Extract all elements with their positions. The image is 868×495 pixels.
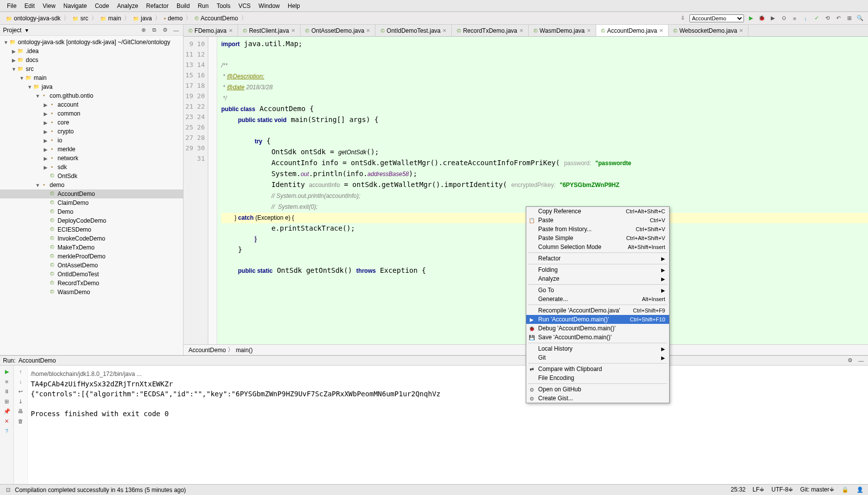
- run-config-selector[interactable]: AccountDemo: [689, 14, 744, 22]
- tree-twisty-icon[interactable]: ▼: [27, 84, 33, 90]
- debug-icon[interactable]: 🐞: [758, 14, 766, 22]
- hector-icon[interactable]: 👤: [856, 486, 864, 494]
- tree-item[interactable]: DeployCodeDemo: [0, 216, 183, 225]
- stop-icon[interactable]: ■: [3, 377, 11, 385]
- menu-help[interactable]: Help: [284, 1, 304, 10]
- hide-icon[interactable]: —: [857, 357, 865, 365]
- tree-item[interactable]: ▶core: [0, 118, 183, 127]
- project-tree[interactable]: ▼ontology-java-sdk [ontology-sdk-java] ~…: [0, 36, 183, 355]
- run-console[interactable]: /home/blockchain/jdk1.8.0_172/bin/java .…: [28, 366, 868, 484]
- history-icon[interactable]: ⟲: [823, 14, 831, 22]
- context-menu-item[interactable]: File Encoding: [526, 373, 669, 382]
- tree-item[interactable]: WasmDemo: [0, 288, 183, 297]
- tree-item[interactable]: Demo: [0, 207, 183, 216]
- status-encoding[interactable]: UTF-8≑: [771, 486, 793, 494]
- gear-icon[interactable]: ⚙: [846, 357, 854, 365]
- editor-tab[interactable]: OntAssetDemo.java✕: [301, 25, 376, 36]
- tree-twisty-icon[interactable]: ▼: [3, 40, 9, 45]
- tree-item[interactable]: ▶network: [0, 154, 183, 163]
- context-menu-item[interactable]: ⊙Open on GitHub: [526, 385, 669, 394]
- menu-window[interactable]: Window: [254, 1, 284, 10]
- menu-refactor[interactable]: Refactor: [142, 1, 173, 10]
- tree-twisty-icon[interactable]: ▶: [43, 120, 49, 125]
- rerun-icon[interactable]: ▶: [3, 368, 11, 375]
- tree-twisty-icon[interactable]: ▶: [43, 147, 49, 152]
- tree-item[interactable]: OntIdDemoTest: [0, 270, 183, 279]
- tree-item[interactable]: RecordTxDemo: [0, 279, 183, 288]
- scroll-to-end-icon[interactable]: ⤓: [17, 397, 25, 405]
- tree-item[interactable]: ▼ontology-java-sdk [ontology-sdk-java] ~…: [0, 38, 183, 47]
- run-icon[interactable]: ▶: [747, 14, 755, 22]
- tree-item[interactable]: ▶merkle: [0, 145, 183, 154]
- context-menu-item[interactable]: Recompile 'AccountDemo.java'Ctrl+Shift+F…: [526, 306, 669, 315]
- search-icon[interactable]: 🔍: [856, 14, 864, 22]
- menu-analyze[interactable]: Analyze: [113, 1, 142, 10]
- commit-icon[interactable]: ✓: [812, 14, 820, 22]
- gear-icon[interactable]: ⚙: [161, 26, 169, 34]
- status-line-sep[interactable]: LF≑: [752, 486, 764, 494]
- editor-tab[interactable]: AccountDemo.java✕: [596, 25, 669, 36]
- tree-twisty-icon[interactable]: ▶: [43, 102, 49, 108]
- editor-tab[interactable]: FDemo.java✕: [184, 25, 238, 36]
- context-menu-item[interactable]: 💾Save 'AccountDemo.main()': [526, 333, 669, 342]
- tree-item[interactable]: ▼com.github.ontio: [0, 91, 183, 100]
- menu-code[interactable]: Code: [91, 1, 113, 10]
- close-icon[interactable]: ✕: [519, 28, 523, 33]
- close-icon[interactable]: ✕: [587, 28, 591, 33]
- context-menu-item[interactable]: Paste from History...Ctrl+Shift+V: [526, 225, 669, 234]
- tree-twisty-icon[interactable]: ▶: [11, 49, 17, 54]
- editor-tab[interactable]: OntIdDemoTest.java✕: [375, 25, 452, 36]
- breadcrumb-class[interactable]: AccountDemo: [192, 15, 240, 22]
- scroll-from-source-icon[interactable]: ⊕: [139, 26, 147, 34]
- code-crumb-method[interactable]: main(): [236, 347, 252, 354]
- breadcrumb-src[interactable]: src: [70, 15, 90, 22]
- up-icon[interactable]: ↑: [17, 368, 25, 375]
- context-menu-item[interactable]: Paste SimpleCtrl+Alt+Shift+V: [526, 234, 669, 243]
- close-icon[interactable]: ✕: [3, 417, 11, 425]
- update-icon[interactable]: ↓: [802, 14, 809, 22]
- context-menu-item[interactable]: Column Selection ModeAlt+Shift+Insert: [526, 243, 669, 251]
- tree-item[interactable]: ▶crypto: [0, 127, 183, 136]
- tree-item[interactable]: MakeTxDemo: [0, 243, 183, 252]
- project-view-label[interactable]: Project: [3, 27, 21, 34]
- tree-item[interactable]: ▼main: [0, 73, 183, 82]
- tree-twisty-icon[interactable]: ▶: [43, 129, 49, 134]
- collapse-all-icon[interactable]: ⧉: [150, 26, 158, 34]
- editor-tab[interactable]: RecordTxDemo.java✕: [452, 25, 528, 36]
- revert-icon[interactable]: ↶: [834, 14, 842, 22]
- tree-item[interactable]: ▼java: [0, 82, 183, 91]
- breadcrumb-java[interactable]: java: [131, 15, 154, 22]
- hide-icon[interactable]: —: [172, 26, 180, 34]
- context-menu-item[interactable]: Git▶: [526, 353, 669, 362]
- background-tasks-icon[interactable]: ⊡: [4, 486, 12, 494]
- tree-item[interactable]: ▼src: [0, 64, 183, 73]
- restore-layout-icon[interactable]: ⊞: [3, 397, 11, 405]
- context-menu-item[interactable]: Refactor▶: [526, 254, 669, 263]
- context-menu-item[interactable]: Go To▶: [526, 286, 669, 295]
- menu-build[interactable]: Build: [173, 1, 194, 10]
- tree-item[interactable]: ▼demo: [0, 181, 183, 189]
- status-position[interactable]: 25:32: [731, 486, 745, 494]
- tree-item[interactable]: OntAssetDemo: [0, 261, 183, 270]
- pause-icon[interactable]: ⏸: [3, 387, 11, 395]
- menu-tools[interactable]: Tools: [213, 1, 235, 10]
- editor-tab[interactable]: WasmDemo.java✕: [529, 25, 596, 36]
- code-crumb-class[interactable]: AccountDemo: [188, 347, 226, 354]
- tree-item[interactable]: ▶docs: [0, 56, 183, 64]
- menu-file[interactable]: File: [3, 1, 20, 10]
- menu-edit[interactable]: Edit: [20, 1, 39, 10]
- make-icon[interactable]: ⇩: [679, 14, 686, 22]
- tree-item[interactable]: OntSdk: [0, 172, 183, 181]
- context-menu-item[interactable]: 🐞Debug 'AccountDemo.main()': [526, 324, 669, 333]
- tree-twisty-icon[interactable]: ▶: [43, 156, 49, 161]
- tree-twisty-icon[interactable]: ▼: [19, 75, 25, 81]
- soft-wrap-icon[interactable]: ↩: [17, 387, 25, 395]
- tree-item[interactable]: ▶io: [0, 136, 183, 145]
- menu-vcs[interactable]: VCS: [235, 1, 255, 10]
- context-menu-item[interactable]: ▶Run 'AccountDemo.main()'Ctrl+Shift+F10: [526, 315, 669, 324]
- stop-icon[interactable]: ■: [791, 14, 799, 22]
- editor-tab[interactable]: WebsocketDemo.java✕: [669, 25, 749, 36]
- breadcrumb-demo[interactable]: demo: [162, 15, 185, 22]
- menu-view[interactable]: View: [39, 1, 60, 10]
- profile-icon[interactable]: ⊙: [780, 14, 788, 22]
